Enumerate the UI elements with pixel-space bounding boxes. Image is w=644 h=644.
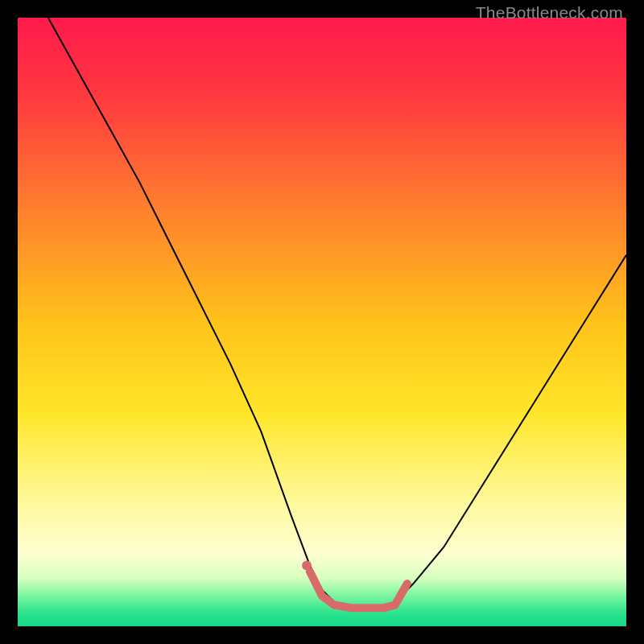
watermark-text: TheBottleneck.com: [476, 3, 623, 23]
series-sweet_spot_dot-point: [302, 560, 312, 570]
chart-frame: [18, 18, 626, 626]
chart-background: [18, 18, 626, 626]
bottleneck-chart: [18, 18, 626, 626]
